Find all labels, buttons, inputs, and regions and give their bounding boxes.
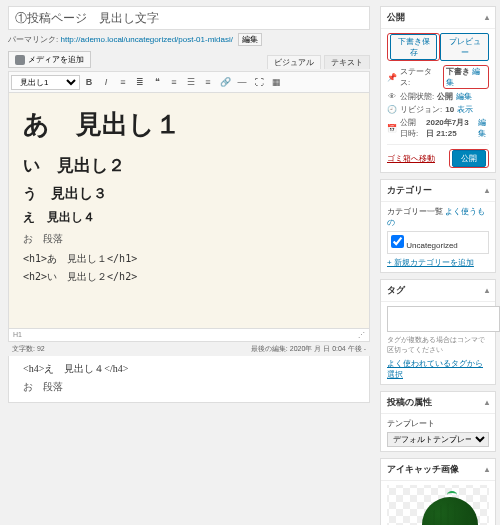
bullet-list-icon[interactable]: ≡	[115, 74, 131, 90]
tags-panel: タグ▴ 追加 タグが複数ある場合はコンマで区切ってください よく使われているタグ…	[380, 279, 496, 385]
date-edit-link[interactable]: 編集	[478, 117, 489, 139]
thumbnail-title: アイキャッチ画像	[387, 463, 459, 476]
featured-image[interactable]	[387, 485, 489, 525]
category-checkbox[interactable]	[391, 235, 404, 248]
category-item: Uncategorized	[387, 231, 489, 254]
tags-title: タグ	[387, 284, 405, 297]
caret-up-icon[interactable]: ▴	[485, 465, 489, 474]
add-media-button[interactable]: メディアを追加	[8, 51, 91, 68]
caret-up-icon[interactable]: ▴	[485, 13, 489, 22]
tab-text[interactable]: テキスト	[324, 55, 370, 69]
italic-icon[interactable]: I	[98, 74, 114, 90]
code-line-1: <h1>あ 見出し１</h1>	[23, 252, 355, 266]
code-line-2: <h2>い 見出し２</h2>	[23, 270, 355, 284]
editor-status-bar: H1 ⋰	[9, 328, 369, 341]
align-center-icon[interactable]: ☰	[183, 74, 199, 90]
link-icon[interactable]: 🔗	[217, 74, 233, 90]
publish-title: 公開	[387, 11, 405, 24]
editor-mode-tabs: ビジュアル テキスト	[267, 56, 370, 68]
pin-icon: 📌	[387, 73, 397, 82]
revisions-icon: 🕘	[387, 105, 397, 114]
element-path: H1	[13, 331, 22, 339]
more-icon[interactable]: —	[234, 74, 250, 90]
last-edit: 最後の編集: 2020年 月 日 0:04 午後 -	[251, 344, 366, 354]
toolbar-toggle-icon[interactable]: ▦	[268, 74, 284, 90]
tag-hint: タグが複数ある場合はコンマで区切ってください	[387, 335, 489, 355]
save-draft-button[interactable]: 下書き保存	[390, 34, 437, 60]
watermelon-image	[393, 495, 483, 525]
frequent-tags-link[interactable]: よく使われているタグから選択	[387, 359, 483, 379]
attributes-panel: 投稿の属性▴ テンプレート デフォルトテンプレート	[380, 391, 496, 452]
paragraph-2: お 段落	[23, 380, 355, 394]
heading-3: う 見出し３	[23, 185, 355, 203]
editor-main: パーマリンク: http://ademo.local/uncategorized…	[0, 0, 378, 525]
align-left-icon[interactable]: ≡	[166, 74, 182, 90]
permalink-row: パーマリンク: http://ademo.local/uncategorized…	[8, 33, 370, 46]
preview-button[interactable]: プレビュー	[440, 33, 489, 61]
tag-input[interactable]	[387, 306, 500, 332]
number-list-icon[interactable]: ≣	[132, 74, 148, 90]
code-line-3: <h4>え 見出し４</h4>	[23, 362, 355, 376]
below-editor-area: <h4>え 見出し４</h4> お 段落	[8, 356, 370, 403]
permalink-edit-button[interactable]: 編集	[238, 33, 262, 46]
align-right-icon[interactable]: ≡	[200, 74, 216, 90]
template-label: テンプレート	[387, 418, 489, 429]
sidebar: 公開▴ 下書き保存 プレビュー 📌ステータス: 下書き 編集 👁公開状態: 公開…	[378, 0, 500, 525]
permalink-label: パーマリンク:	[8, 35, 58, 44]
eye-icon: 👁	[387, 92, 397, 101]
caret-up-icon[interactable]: ▴	[485, 186, 489, 195]
editor: 見出し1 B I ≡ ≣ ❝ ≡ ☰ ≡ 🔗 — ⛶ ▦ あ 見出し１ い 見出…	[8, 71, 370, 342]
add-category-link[interactable]: + 新規カテゴリーを追加	[387, 258, 474, 267]
heading-1: あ 見出し１	[23, 107, 355, 142]
content-editable[interactable]: あ 見出し１ い 見出し２ う 見出し３ え 見出し４ お 段落 <h1>あ 見…	[9, 93, 369, 328]
heading-2: い 見出し２	[23, 154, 355, 177]
editor-toolbar: 見出し1 B I ≡ ≣ ❝ ≡ ☰ ≡ 🔗 — ⛶ ▦	[9, 72, 369, 93]
attributes-title: 投稿の属性	[387, 396, 432, 409]
format-select[interactable]: 見出し1	[11, 75, 80, 90]
trash-link[interactable]: ゴミ箱へ移動	[387, 153, 435, 164]
categories-panel: カテゴリー▴ カテゴリー一覧 よく使うもの Uncategorized + 新規…	[380, 179, 496, 273]
publish-button[interactable]: 公開	[452, 150, 486, 167]
caret-up-icon[interactable]: ▴	[485, 286, 489, 295]
fullscreen-icon[interactable]: ⛶	[251, 74, 267, 90]
revisions-link[interactable]: 表示	[457, 104, 473, 115]
publish-panel: 公開▴ 下書き保存 プレビュー 📌ステータス: 下書き 編集 👁公開状態: 公開…	[380, 6, 496, 173]
visibility-edit-link[interactable]: 編集	[456, 91, 472, 102]
word-count: 文字数: 92	[12, 344, 45, 354]
categories-title: カテゴリー	[387, 184, 432, 197]
tab-visual[interactable]: ビジュアル	[267, 55, 321, 69]
template-select[interactable]: デフォルトテンプレート	[387, 432, 489, 447]
calendar-icon: 📅	[387, 124, 397, 133]
caret-up-icon[interactable]: ▴	[485, 398, 489, 407]
resize-handle-icon[interactable]: ⋰	[358, 331, 365, 339]
thumbnail-panel: アイキャッチ画像▴ 編集または更新する画像をクリック アイキャッチ画像を削除	[380, 458, 496, 525]
permalink-url[interactable]: http://ademo.local/uncategorized/post-01…	[60, 35, 233, 44]
cat-tab-all[interactable]: カテゴリー一覧	[387, 207, 443, 216]
quote-icon[interactable]: ❝	[149, 74, 165, 90]
post-title-input[interactable]	[8, 6, 370, 30]
paragraph-1: お 段落	[23, 232, 355, 246]
bold-icon[interactable]: B	[81, 74, 97, 90]
heading-4: え 見出し４	[23, 209, 355, 226]
